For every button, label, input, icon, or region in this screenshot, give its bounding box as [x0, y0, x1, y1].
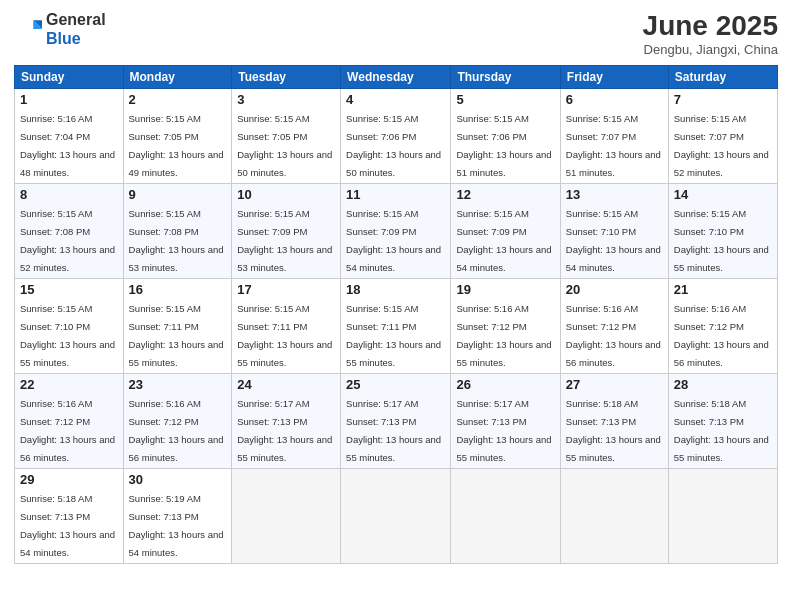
day-info: Sunrise: 5:15 AMSunset: 7:09 PMDaylight:…	[237, 208, 332, 273]
day-number: 18	[346, 282, 445, 297]
day-number: 2	[129, 92, 227, 107]
day-number: 24	[237, 377, 335, 392]
calendar-cell: 29 Sunrise: 5:18 AMSunset: 7:13 PMDaylig…	[15, 469, 124, 564]
calendar-cell: 20 Sunrise: 5:16 AMSunset: 7:12 PMDaylig…	[560, 279, 668, 374]
day-info: Sunrise: 5:16 AMSunset: 7:12 PMDaylight:…	[566, 303, 661, 368]
calendar-header-row: SundayMondayTuesdayWednesdayThursdayFrid…	[15, 66, 778, 89]
calendar-cell: 26 Sunrise: 5:17 AMSunset: 7:13 PMDaylig…	[451, 374, 560, 469]
calendar-header-thursday: Thursday	[451, 66, 560, 89]
calendar-cell: 16 Sunrise: 5:15 AMSunset: 7:11 PMDaylig…	[123, 279, 232, 374]
calendar-header-wednesday: Wednesday	[341, 66, 451, 89]
calendar-week-2: 8 Sunrise: 5:15 AMSunset: 7:08 PMDayligh…	[15, 184, 778, 279]
day-info: Sunrise: 5:17 AMSunset: 7:13 PMDaylight:…	[346, 398, 441, 463]
location: Dengbu, Jiangxi, China	[643, 42, 778, 57]
calendar-cell: 22 Sunrise: 5:16 AMSunset: 7:12 PMDaylig…	[15, 374, 124, 469]
day-number: 5	[456, 92, 554, 107]
day-number: 15	[20, 282, 118, 297]
logo-blue: Blue	[46, 30, 81, 47]
calendar-cell: 9 Sunrise: 5:15 AMSunset: 7:08 PMDayligh…	[123, 184, 232, 279]
day-number: 28	[674, 377, 772, 392]
day-number: 29	[20, 472, 118, 487]
day-info: Sunrise: 5:15 AMSunset: 7:07 PMDaylight:…	[566, 113, 661, 178]
calendar-cell: 27 Sunrise: 5:18 AMSunset: 7:13 PMDaylig…	[560, 374, 668, 469]
day-number: 20	[566, 282, 663, 297]
day-info: Sunrise: 5:15 AMSunset: 7:11 PMDaylight:…	[346, 303, 441, 368]
day-info: Sunrise: 5:18 AMSunset: 7:13 PMDaylight:…	[566, 398, 661, 463]
day-number: 14	[674, 187, 772, 202]
day-info: Sunrise: 5:15 AMSunset: 7:10 PMDaylight:…	[674, 208, 769, 273]
calendar-cell: 1 Sunrise: 5:16 AMSunset: 7:04 PMDayligh…	[15, 89, 124, 184]
calendar-cell: 21 Sunrise: 5:16 AMSunset: 7:12 PMDaylig…	[668, 279, 777, 374]
day-info: Sunrise: 5:15 AMSunset: 7:10 PMDaylight:…	[20, 303, 115, 368]
day-info: Sunrise: 5:17 AMSunset: 7:13 PMDaylight:…	[237, 398, 332, 463]
calendar-cell	[668, 469, 777, 564]
calendar-cell: 7 Sunrise: 5:15 AMSunset: 7:07 PMDayligh…	[668, 89, 777, 184]
day-info: Sunrise: 5:15 AMSunset: 7:11 PMDaylight:…	[129, 303, 224, 368]
day-info: Sunrise: 5:15 AMSunset: 7:08 PMDaylight:…	[20, 208, 115, 273]
calendar-cell: 12 Sunrise: 5:15 AMSunset: 7:09 PMDaylig…	[451, 184, 560, 279]
logo-general: General	[46, 11, 106, 28]
calendar-cell: 24 Sunrise: 5:17 AMSunset: 7:13 PMDaylig…	[232, 374, 341, 469]
day-info: Sunrise: 5:16 AMSunset: 7:12 PMDaylight:…	[674, 303, 769, 368]
header: General Blue June 2025 Dengbu, Jiangxi, …	[14, 10, 778, 57]
day-number: 13	[566, 187, 663, 202]
calendar-cell: 19 Sunrise: 5:16 AMSunset: 7:12 PMDaylig…	[451, 279, 560, 374]
day-number: 17	[237, 282, 335, 297]
calendar-header-tuesday: Tuesday	[232, 66, 341, 89]
calendar-week-5: 29 Sunrise: 5:18 AMSunset: 7:13 PMDaylig…	[15, 469, 778, 564]
title-block: June 2025 Dengbu, Jiangxi, China	[643, 10, 778, 57]
calendar-cell: 30 Sunrise: 5:19 AMSunset: 7:13 PMDaylig…	[123, 469, 232, 564]
calendar-cell: 3 Sunrise: 5:15 AMSunset: 7:05 PMDayligh…	[232, 89, 341, 184]
calendar-cell: 8 Sunrise: 5:15 AMSunset: 7:08 PMDayligh…	[15, 184, 124, 279]
day-number: 19	[456, 282, 554, 297]
logo-text: General Blue	[46, 10, 106, 48]
day-info: Sunrise: 5:17 AMSunset: 7:13 PMDaylight:…	[456, 398, 551, 463]
calendar-cell	[451, 469, 560, 564]
day-info: Sunrise: 5:18 AMSunset: 7:13 PMDaylight:…	[20, 493, 115, 558]
day-number: 6	[566, 92, 663, 107]
calendar-week-3: 15 Sunrise: 5:15 AMSunset: 7:10 PMDaylig…	[15, 279, 778, 374]
calendar-cell: 15 Sunrise: 5:15 AMSunset: 7:10 PMDaylig…	[15, 279, 124, 374]
calendar-cell: 11 Sunrise: 5:15 AMSunset: 7:09 PMDaylig…	[341, 184, 451, 279]
day-info: Sunrise: 5:15 AMSunset: 7:06 PMDaylight:…	[456, 113, 551, 178]
day-info: Sunrise: 5:16 AMSunset: 7:12 PMDaylight:…	[129, 398, 224, 463]
day-number: 27	[566, 377, 663, 392]
logo-icon	[14, 15, 42, 43]
calendar-cell: 5 Sunrise: 5:15 AMSunset: 7:06 PMDayligh…	[451, 89, 560, 184]
day-number: 22	[20, 377, 118, 392]
day-info: Sunrise: 5:15 AMSunset: 7:05 PMDaylight:…	[129, 113, 224, 178]
calendar-week-4: 22 Sunrise: 5:16 AMSunset: 7:12 PMDaylig…	[15, 374, 778, 469]
day-number: 12	[456, 187, 554, 202]
calendar-cell: 18 Sunrise: 5:15 AMSunset: 7:11 PMDaylig…	[341, 279, 451, 374]
calendar-cell: 25 Sunrise: 5:17 AMSunset: 7:13 PMDaylig…	[341, 374, 451, 469]
day-info: Sunrise: 5:15 AMSunset: 7:11 PMDaylight:…	[237, 303, 332, 368]
day-number: 8	[20, 187, 118, 202]
calendar-cell: 17 Sunrise: 5:15 AMSunset: 7:11 PMDaylig…	[232, 279, 341, 374]
day-info: Sunrise: 5:19 AMSunset: 7:13 PMDaylight:…	[129, 493, 224, 558]
day-info: Sunrise: 5:15 AMSunset: 7:09 PMDaylight:…	[346, 208, 441, 273]
calendar-week-1: 1 Sunrise: 5:16 AMSunset: 7:04 PMDayligh…	[15, 89, 778, 184]
calendar: SundayMondayTuesdayWednesdayThursdayFrid…	[14, 65, 778, 564]
day-info: Sunrise: 5:15 AMSunset: 7:05 PMDaylight:…	[237, 113, 332, 178]
day-number: 7	[674, 92, 772, 107]
day-info: Sunrise: 5:16 AMSunset: 7:04 PMDaylight:…	[20, 113, 115, 178]
calendar-cell: 23 Sunrise: 5:16 AMSunset: 7:12 PMDaylig…	[123, 374, 232, 469]
day-number: 10	[237, 187, 335, 202]
calendar-cell: 14 Sunrise: 5:15 AMSunset: 7:10 PMDaylig…	[668, 184, 777, 279]
day-info: Sunrise: 5:15 AMSunset: 7:08 PMDaylight:…	[129, 208, 224, 273]
calendar-header-monday: Monday	[123, 66, 232, 89]
day-info: Sunrise: 5:16 AMSunset: 7:12 PMDaylight:…	[20, 398, 115, 463]
day-number: 25	[346, 377, 445, 392]
month-title: June 2025	[643, 10, 778, 42]
day-number: 21	[674, 282, 772, 297]
day-number: 16	[129, 282, 227, 297]
day-info: Sunrise: 5:15 AMSunset: 7:07 PMDaylight:…	[674, 113, 769, 178]
day-number: 4	[346, 92, 445, 107]
day-number: 30	[129, 472, 227, 487]
calendar-cell	[560, 469, 668, 564]
day-info: Sunrise: 5:18 AMSunset: 7:13 PMDaylight:…	[674, 398, 769, 463]
day-number: 1	[20, 92, 118, 107]
calendar-cell: 28 Sunrise: 5:18 AMSunset: 7:13 PMDaylig…	[668, 374, 777, 469]
calendar-header-sunday: Sunday	[15, 66, 124, 89]
calendar-cell: 10 Sunrise: 5:15 AMSunset: 7:09 PMDaylig…	[232, 184, 341, 279]
